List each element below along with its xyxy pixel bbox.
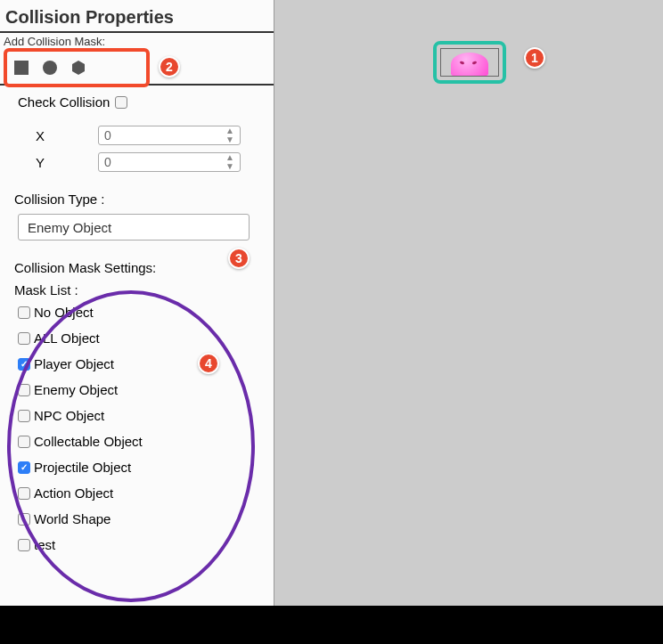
- mask-checkbox[interactable]: [18, 487, 30, 500]
- y-input[interactable]: 0 ▲▼: [98, 152, 241, 172]
- mask-label: Collectable Object: [34, 434, 143, 449]
- mask-checkbox[interactable]: [18, 410, 30, 422]
- mask-checkbox[interactable]: [18, 358, 30, 371]
- mask-item: test: [18, 537, 261, 552]
- check-collision-label: Check Collision: [18, 94, 110, 110]
- mask-item: ALL Object: [18, 330, 261, 346]
- collision-type-label: Collision Type :: [14, 192, 261, 207]
- mask-item: World Shape: [18, 511, 261, 526]
- mask-label: test: [34, 537, 55, 552]
- sprite-bounding-box: [440, 48, 499, 77]
- mask-item: Action Object: [18, 485, 261, 501]
- mask-item: Projectile Object: [18, 460, 261, 475]
- stepper-icon[interactable]: ▲▼: [225, 153, 234, 171]
- scroll-content[interactable]: Check Collision X 0 ▲▼ Y 0 ▲▼ Collision …: [0, 86, 274, 593]
- panel-title: Collision Properties: [0, 0, 274, 31]
- x-label: X: [36, 128, 98, 143]
- stepper-icon[interactable]: ▲▼: [225, 126, 234, 144]
- mask-settings-label: Collision Mask Settings:: [14, 260, 261, 275]
- mask-label: Action Object: [34, 485, 113, 501]
- canvas-area[interactable]: [274, 0, 663, 606]
- mask-checkbox[interactable]: [18, 306, 30, 319]
- mask-item: Collectable Object: [18, 434, 261, 449]
- annotation-callout-1: 1: [524, 47, 545, 69]
- annotation-callout-2: 2: [159, 56, 180, 77]
- mask-checkbox[interactable]: [18, 332, 30, 345]
- collision-type-select[interactable]: Enemy Object: [18, 214, 250, 240]
- mask-checkbox[interactable]: [18, 384, 30, 396]
- mask-label: Enemy Object: [34, 382, 118, 397]
- mask-label: Projectile Object: [34, 460, 131, 475]
- annotation-callout-3: 3: [228, 248, 250, 269]
- enemy-sprite-icon: [451, 53, 488, 76]
- mask-list: No ObjectALL ObjectPlayer ObjectEnemy Ob…: [18, 305, 261, 552]
- mask-label: Player Object: [34, 356, 114, 371]
- annotation-callout-4: 4: [198, 353, 219, 374]
- mask-item: NPC Object: [18, 408, 261, 423]
- mask-checkbox[interactable]: [18, 461, 30, 474]
- annotation-highlight-2: [4, 48, 150, 87]
- y-label: Y: [36, 155, 98, 170]
- mask-checkbox[interactable]: [18, 539, 30, 551]
- mask-item: Player Object: [18, 356, 261, 371]
- mask-checkbox[interactable]: [18, 436, 30, 448]
- mask-label: ALL Object: [34, 330, 100, 346]
- mask-item: No Object: [18, 305, 261, 320]
- properties-panel: Collision Properties Add Collision Mask:…: [0, 0, 274, 606]
- mask-checkbox[interactable]: [18, 513, 30, 526]
- sprite-selection-outline[interactable]: [433, 41, 506, 84]
- mask-label: World Shape: [34, 511, 110, 526]
- mask-list-label: Mask List :: [14, 282, 261, 298]
- x-input[interactable]: 0 ▲▼: [98, 126, 241, 145]
- mask-item: Enemy Object: [18, 382, 261, 397]
- check-collision-checkbox[interactable]: [115, 96, 127, 109]
- mask-label: NPC Object: [34, 408, 104, 423]
- mask-label: No Object: [34, 305, 94, 320]
